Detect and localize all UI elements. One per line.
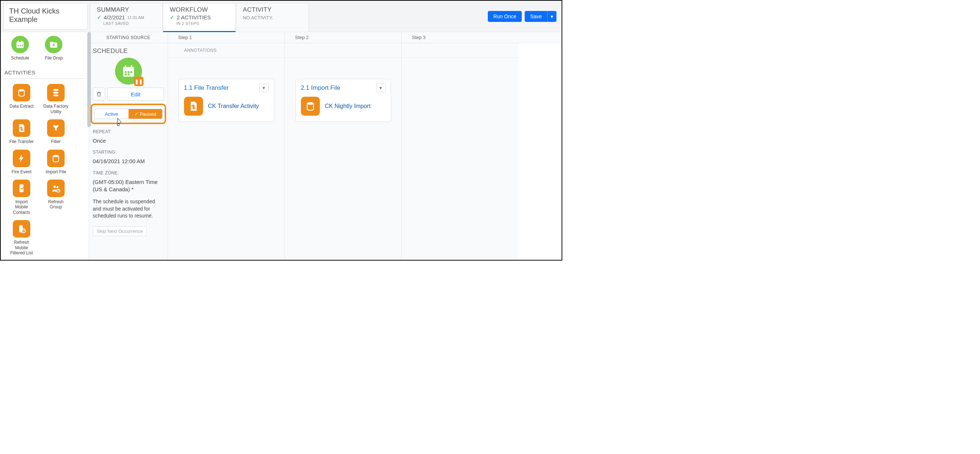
fire-event-icon xyxy=(13,150,30,167)
file-transfer-icon xyxy=(13,119,30,137)
step-3-header[interactable]: Step 3 xyxy=(402,32,519,43)
card-activity-name: CK Transfer Activity xyxy=(208,103,259,110)
summary-time: 11:31 AM xyxy=(127,15,144,20)
svg-rect-4 xyxy=(18,45,19,46)
save-dropdown-button[interactable]: ▾ xyxy=(547,11,557,22)
status-active-option[interactable]: Active xyxy=(95,109,129,119)
schedule-heading: SCHEDULE xyxy=(93,48,164,55)
suspended-note: The schedule is suspended and must be ac… xyxy=(93,198,164,220)
pause-badge-icon: ❚❚ xyxy=(134,77,143,86)
tab-activity[interactable]: ACTIVITY NO ACTIVITY. xyxy=(236,3,309,32)
summary-date: 4/2/2021 xyxy=(104,14,125,21)
edit-schedule-button[interactable]: Edit xyxy=(107,87,164,101)
annotations-label: ANNOTATIONS xyxy=(168,43,285,58)
palette-filter[interactable]: Filter xyxy=(43,119,68,144)
tab-activity-label: ACTIVITY xyxy=(243,6,302,14)
file-drop-icon xyxy=(45,36,62,53)
svg-rect-21 xyxy=(125,71,127,73)
svg-point-11 xyxy=(53,155,59,157)
data-extract-icon xyxy=(13,84,30,102)
svg-rect-24 xyxy=(125,74,127,76)
refresh-mobile-icon xyxy=(13,220,30,238)
step-2-header[interactable]: Step 2 xyxy=(285,32,402,43)
palette-refresh-mobile[interactable]: Refresh Mobile Filtered List xyxy=(9,220,34,256)
svg-point-7 xyxy=(19,89,24,92)
palette-data-factory[interactable]: Data Factory Utility xyxy=(43,84,68,114)
step-1-activity-card[interactable]: 1.1 File Transfer ▼ CK Transfer Activity xyxy=(178,79,274,122)
repeat-value: Once xyxy=(93,137,164,144)
svg-rect-19 xyxy=(125,65,126,68)
tab-summary[interactable]: SUMMARY ✓ 4/2/2021 11:31 AM LAST SAVED xyxy=(90,3,163,32)
status-toggle-highlight: Active ✓ Paused xyxy=(91,104,166,124)
starting-value: 04/16/2021 12:00 AM xyxy=(93,158,164,165)
palette-file-drop[interactable]: File Drop xyxy=(42,36,65,60)
chevron-down-icon: ▾ xyxy=(550,14,553,19)
import-file-icon xyxy=(47,150,65,167)
tz-label: TIME ZONE: xyxy=(93,170,164,176)
data-factory-icon xyxy=(47,84,65,102)
header-actions: Run Once Save ▾ xyxy=(488,1,562,32)
starting-label: STARTING: xyxy=(93,150,164,155)
activity-palette: Schedule File Drop ACTIVITIES Data Extra… xyxy=(1,32,89,260)
palette-import-mobile[interactable]: Import Mobile Contacts xyxy=(9,179,34,215)
tab-workflow[interactable]: WORKFLOW ✓ 2 ACTIVITIES IN 2 STEPS xyxy=(163,3,236,32)
check-icon: ✓ xyxy=(97,14,102,21)
card-menu-button[interactable]: ▼ xyxy=(259,84,269,92)
palette-file-transfer[interactable]: File Transfer xyxy=(9,119,34,144)
import-file-icon xyxy=(301,97,320,116)
svg-rect-23 xyxy=(130,71,132,73)
starting-source-header: STARTING SOURCE xyxy=(89,32,168,43)
workflow-note: IN 2 STEPS xyxy=(170,21,229,25)
svg-point-13 xyxy=(54,186,56,188)
card-activity-name: CK Nightly Import xyxy=(325,103,371,110)
card-menu-button[interactable]: ▼ xyxy=(376,84,386,92)
save-button[interactable]: Save xyxy=(525,11,547,22)
palette-data-extract[interactable]: Data Extract xyxy=(9,84,34,114)
activities-heading: ACTIVITIES xyxy=(5,60,85,79)
summary-note: LAST SAVED xyxy=(97,21,156,25)
step-2-activity-card[interactable]: 2.1 Import File ▼ CK Nightly Import xyxy=(295,79,391,122)
step-3-column[interactable]: . xyxy=(402,43,519,260)
schedule-source-panel: SCHEDULE ❚❚ Edit Active ✓ xyxy=(89,43,168,260)
step-1-column: ANNOTATIONS 1.1 File Transfer ▼ xyxy=(168,43,285,260)
svg-rect-6 xyxy=(22,45,23,46)
status-toggle[interactable]: Active ✓ Paused xyxy=(94,109,162,119)
step-1-header[interactable]: Step 1 xyxy=(168,32,285,43)
workflow-count: 2 ACTIVITIES xyxy=(177,14,211,21)
status-paused-option[interactable]: ✓ Paused xyxy=(129,109,162,119)
svg-point-8 xyxy=(53,89,59,91)
palette-schedule[interactable]: Schedule xyxy=(9,36,32,60)
run-once-button[interactable]: Run Once xyxy=(488,11,522,22)
svg-rect-2 xyxy=(18,41,19,42)
svg-rect-22 xyxy=(127,71,129,73)
svg-rect-25 xyxy=(127,74,129,76)
chevron-down-icon: ▼ xyxy=(379,86,383,90)
tab-summary-label: SUMMARY xyxy=(97,6,156,14)
top-header: TH Cloud Kicks Example SUMMARY ✓ 4/2/202… xyxy=(1,1,562,32)
palette-fire-event[interactable]: Fire Event xyxy=(9,150,34,175)
palette-refresh-group[interactable]: Refresh Group xyxy=(43,179,68,215)
schedule-icon-large: ❚❚ xyxy=(115,58,142,85)
automation-title[interactable]: TH Cloud Kicks Example xyxy=(4,3,88,30)
svg-point-26 xyxy=(117,124,119,126)
palette-import-file[interactable]: Import File xyxy=(43,150,68,175)
svg-point-14 xyxy=(57,186,59,188)
tab-workflow-label: WORKFLOW xyxy=(170,6,229,14)
svg-point-9 xyxy=(53,92,59,94)
filter-icon xyxy=(47,119,65,137)
card-title: 2.1 Import File xyxy=(301,84,340,92)
repeat-label: REPEAT: xyxy=(93,129,164,134)
file-transfer-icon xyxy=(184,97,203,116)
svg-rect-3 xyxy=(22,41,22,42)
svg-rect-16 xyxy=(19,225,23,232)
chevron-down-icon: ▼ xyxy=(262,86,266,90)
import-mobile-icon xyxy=(13,179,30,197)
tz-value: (GMT-05:00) Eastern Time (US & Canada) * xyxy=(93,178,164,194)
svg-rect-20 xyxy=(131,65,132,68)
check-icon: ✓ xyxy=(170,14,175,21)
check-icon: ✓ xyxy=(134,111,138,117)
activity-note: NO ACTIVITY. xyxy=(243,15,302,21)
skip-next-occurrence-button[interactable]: Skip Next Occurrence xyxy=(93,226,147,236)
trash-icon xyxy=(96,91,102,97)
delete-schedule-button[interactable] xyxy=(93,87,105,101)
